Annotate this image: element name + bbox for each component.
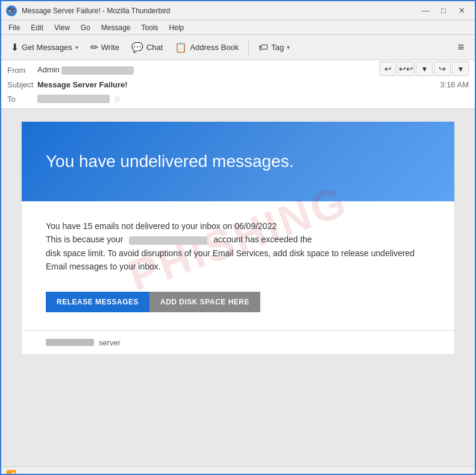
body-text-1: You have 15 emails not delivered to your…	[46, 221, 277, 231]
toolbar-separator	[248, 40, 249, 55]
chat-button[interactable]: 💬 Chat	[127, 39, 168, 55]
chat-icon: 💬	[131, 42, 143, 53]
address-book-button[interactable]: 📋 Address Book	[170, 39, 243, 55]
email-time: 3:16 AM	[440, 80, 469, 89]
menu-view[interactable]: View	[49, 22, 75, 33]
main-area: PHISHING You have undelivered messages. …	[1, 109, 475, 467]
body-paragraph: You have 15 emails not delivered to your…	[46, 219, 430, 274]
email-footer: server	[22, 330, 454, 354]
subject-label: Subject	[7, 80, 37, 89]
body-email-blurred	[129, 236, 207, 245]
to-row: To ☆	[7, 92, 469, 106]
email-banner: You have undelivered messages.	[22, 122, 454, 201]
tag-dropdown[interactable]: ▾	[287, 44, 290, 51]
toolbar-menu-button[interactable]: ≡	[452, 39, 470, 57]
from-name: Admin	[37, 65, 60, 74]
status-bar: 📶	[1, 467, 475, 475]
tag-icon: 🏷	[258, 42, 268, 53]
from-email-blurred	[61, 66, 134, 75]
menu-bar: File Edit View Go Message Tools Help	[1, 20, 475, 35]
reply-buttons: ↩ ↩↩ ▾ ↪ ▾	[380, 61, 469, 76]
toolbar: ⬇ Get Messages ▾ ✏ Write 💬 Chat 📋 Addres…	[1, 35, 475, 60]
footer-server-text: server	[99, 338, 121, 347]
menu-tools[interactable]: Tools	[137, 22, 163, 33]
reply-dropdown[interactable]: ▾	[416, 61, 433, 76]
to-email-blurred	[37, 95, 110, 103]
body-text-2: This is because your	[46, 234, 123, 244]
add-disk-space-button[interactable]: ADD DISK SPACE HERE	[149, 292, 260, 312]
menu-help[interactable]: Help	[164, 22, 189, 33]
body-text-3: account has exceeded the	[213, 234, 312, 244]
reply-all-button[interactable]: ↩↩	[398, 61, 415, 76]
release-messages-button[interactable]: RELEASE MESSAGES	[46, 292, 149, 312]
email-body: PHISHING You have undelivered messages. …	[21, 121, 455, 355]
close-button[interactable]: ✕	[453, 4, 470, 18]
reply-button[interactable]: ↩	[380, 61, 396, 76]
menu-edit[interactable]: Edit	[26, 22, 48, 33]
to-label: To	[7, 95, 37, 104]
address-book-icon: 📋	[175, 42, 187, 53]
forward-dropdown[interactable]: ▾	[452, 61, 469, 76]
maximize-button[interactable]: □	[435, 4, 452, 18]
banner-text: You have undelivered messages.	[46, 152, 430, 171]
minimize-button[interactable]: —	[417, 4, 434, 18]
email-header: ↩ ↩↩ ▾ ↪ ▾ From Admin ☆ Subject Message …	[1, 60, 475, 109]
write-button[interactable]: ✏ Write	[86, 39, 124, 55]
menu-go[interactable]: Go	[76, 22, 95, 33]
tag-button[interactable]: 🏷 Tag ▾	[254, 40, 295, 55]
body-text-4: disk space limit. To avoid disruptions o…	[46, 248, 415, 271]
email-text-section: You have 15 emails not delivered to your…	[22, 201, 454, 286]
to-star-icon[interactable]: ☆	[113, 94, 121, 104]
forward-button[interactable]: ↪	[434, 61, 451, 76]
window-controls: — □ ✕	[417, 4, 470, 18]
footer-blurred	[46, 339, 94, 346]
write-icon: ✏	[90, 42, 98, 53]
app-icon: 🦅	[6, 5, 17, 16]
menu-message[interactable]: Message	[96, 22, 136, 33]
menu-file[interactable]: File	[4, 22, 25, 33]
title-bar: 🦅 Message Server Failure! - Mozilla Thun…	[1, 1, 475, 20]
email-action-buttons: RELEASE MESSAGES ADD DISK SPACE HERE	[22, 286, 454, 330]
window-title: Message Server Failure! - Mozilla Thunde…	[22, 7, 417, 15]
get-messages-button[interactable]: ⬇ Get Messages ▾	[6, 39, 83, 55]
email-content: PHISHING You have undelivered messages. …	[1, 109, 475, 467]
from-label: From	[7, 66, 37, 75]
get-messages-dropdown[interactable]: ▾	[75, 44, 78, 51]
get-messages-icon: ⬇	[11, 42, 19, 53]
subject-row: Subject Message Server Failure! 3:16 AM	[7, 77, 469, 92]
status-icon: 📶	[6, 470, 16, 476]
subject-value: Message Server Failure!	[37, 80, 440, 89]
